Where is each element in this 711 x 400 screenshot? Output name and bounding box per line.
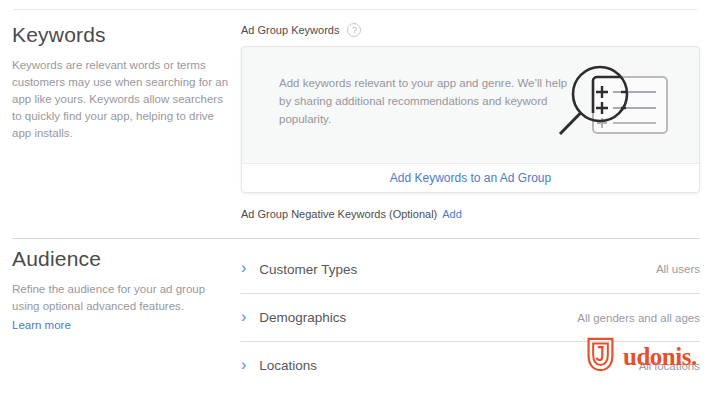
row-value: All genders and all ages [577, 312, 700, 324]
ad-group-settings-page: Keywords Keywords are relevant words or … [0, 0, 711, 400]
keyword-search-icon [555, 53, 673, 159]
learn-more-link[interactable]: Learn more [12, 319, 71, 331]
row-customer-types[interactable]: › Customer Types All users [241, 245, 700, 293]
ad-group-keywords-label: Ad Group Keywords [241, 24, 339, 36]
audience-rows: › Customer Types All users › Demographic… [241, 245, 700, 389]
audience-section-title: Audience [12, 247, 232, 271]
row-demographics[interactable]: › Demographics All genders and all ages [241, 293, 700, 341]
keywords-section-intro: Keywords Keywords are relevant words or … [12, 23, 232, 142]
row-value: All locations [639, 360, 700, 372]
chevron-right-icon: › [241, 309, 246, 327]
row-label: Customer Types [259, 262, 357, 277]
row-label: Demographics [259, 310, 346, 325]
audience-section-intro: Audience Refine the audience for your ad… [12, 247, 232, 333]
keywords-empty-state-box: Add keywords relevant to your app and ge… [241, 46, 700, 193]
help-icon[interactable]: ? [347, 23, 361, 37]
audience-section-description: Refine the audience for your ad group us… [12, 281, 232, 315]
negative-keywords-add-link[interactable]: Add [442, 208, 462, 220]
chevron-right-icon: › [241, 260, 246, 278]
row-label: Locations [259, 358, 317, 373]
top-divider [13, 9, 697, 10]
negative-keywords-label: Ad Group Negative Keywords (Optional) [241, 208, 437, 220]
row-value: All users [656, 263, 700, 275]
row-locations[interactable]: › Locations All locations [241, 341, 700, 389]
add-keywords-link[interactable]: Add Keywords to an Ad Group [390, 171, 551, 185]
keywords-section-title: Keywords [12, 23, 232, 47]
keywords-box-footer: Add Keywords to an Ad Group [242, 163, 699, 192]
chevron-right-icon: › [241, 357, 246, 375]
negative-keywords-row: Ad Group Negative Keywords (Optional) Ad… [241, 208, 462, 220]
ad-group-keywords-label-row: Ad Group Keywords ? [241, 23, 361, 37]
keywords-section-description: Keywords are relevant words or terms cus… [12, 57, 232, 142]
section-divider [12, 238, 700, 239]
keywords-empty-state-text: Add keywords relevant to your app and ge… [279, 75, 575, 128]
